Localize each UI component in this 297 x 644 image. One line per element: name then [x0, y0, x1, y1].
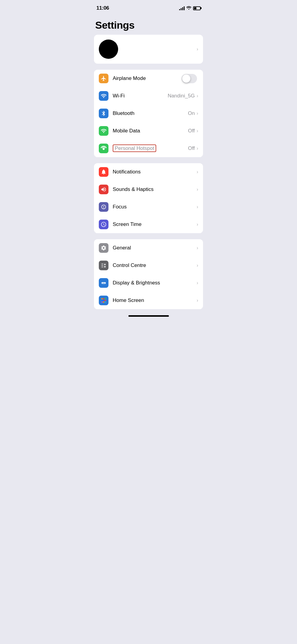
focus-label: Focus: [113, 204, 197, 210]
settings-item-screen-time[interactable]: Screen Time ›: [94, 216, 203, 233]
sounds-icon: [99, 185, 108, 194]
hotspot-icon: [99, 144, 108, 153]
sounds-haptics-label: Sounds & Haptics: [113, 186, 197, 192]
mobile-data-value: Off: [188, 128, 195, 134]
mobile-data-chevron-icon: ›: [197, 128, 198, 134]
bluetooth-label: Bluetooth: [113, 110, 188, 116]
personal-hotspot-label: Personal Hotspot: [113, 145, 188, 151]
control-centre-chevron-icon: ›: [197, 263, 198, 268]
sounds-haptics-chevron-icon: ›: [197, 187, 198, 192]
notifications-label: Notifications: [113, 169, 197, 175]
focus-chevron-icon: ›: [197, 204, 198, 210]
page-title: Settings: [89, 14, 208, 35]
signal-bar-3: [182, 7, 183, 10]
general-chevron-icon: ›: [197, 245, 198, 251]
mobile-data-icon: [99, 126, 108, 136]
home-screen-icon: [99, 296, 108, 305]
avatar: [99, 40, 118, 59]
settings-item-bluetooth[interactable]: Bluetooth On ›: [94, 105, 203, 122]
bluetooth-value: On: [188, 110, 195, 116]
svg-rect-4: [103, 298, 104, 300]
svg-rect-10: [103, 301, 104, 303]
personal-hotspot-chevron-icon: ›: [197, 146, 198, 151]
signal-bar-1: [179, 9, 180, 10]
notifications-chevron-icon: ›: [197, 169, 198, 175]
settings-item-notifications[interactable]: Notifications ›: [94, 163, 203, 181]
settings-item-wifi[interactable]: Wi-Fi Nandini_5G ›: [94, 87, 203, 105]
profile-chevron-icon: ›: [197, 46, 198, 52]
signal-icon: [179, 6, 185, 10]
bluetooth-icon: [99, 109, 108, 118]
home-indicator: [128, 315, 169, 317]
svg-rect-6: [102, 300, 103, 301]
airplane-mode-label: Airplane Mode: [113, 75, 182, 81]
settings-item-display-brightness[interactable]: AAAA Display & Brightness ›: [94, 274, 203, 292]
profile-card[interactable]: ›: [94, 35, 203, 64]
control-centre-label: Control Centre: [113, 262, 197, 268]
svg-text:AA: AA: [102, 282, 105, 284]
settings-item-personal-hotspot[interactable]: Personal Hotspot Off ›: [94, 140, 203, 157]
svg-rect-5: [105, 298, 106, 300]
general-label: General: [113, 245, 197, 251]
airplane-mode-toggle[interactable]: [182, 74, 197, 83]
status-icons: [179, 6, 201, 11]
settings-item-control-centre[interactable]: Control Centre ›: [94, 257, 203, 274]
status-time: 11:06: [96, 5, 109, 11]
wifi-value: Nandini_5G: [168, 93, 195, 99]
signal-bar-2: [181, 8, 182, 10]
general-icon: [99, 243, 108, 253]
display-brightness-chevron-icon: ›: [197, 280, 198, 286]
network-settings-group: Airplane Mode Wi-Fi Nandini_5G › Bluetoo…: [94, 70, 203, 157]
status-bar: 11:06: [89, 0, 208, 14]
wifi-status-icon: [186, 6, 191, 11]
wifi-label: Wi-Fi: [113, 93, 168, 99]
bottom-area: [89, 315, 208, 325]
settings-item-sounds-haptics[interactable]: Sounds & Haptics ›: [94, 181, 203, 198]
battery-fill: [194, 7, 196, 9]
svg-rect-3: [102, 298, 103, 300]
settings-item-mobile-data[interactable]: Mobile Data Off ›: [94, 122, 203, 140]
wifi-chevron-icon: ›: [197, 93, 198, 99]
screen-time-icon: [99, 220, 108, 229]
settings-item-airplane-mode[interactable]: Airplane Mode: [94, 70, 203, 87]
general-settings-group: General › Control Centre › AAAA Display …: [94, 239, 203, 309]
notifications-settings-group: Notifications › Sounds & Haptics › Focus…: [94, 163, 203, 233]
home-screen-label: Home Screen: [113, 297, 197, 303]
screen-time-label: Screen Time: [113, 221, 197, 227]
screen-time-chevron-icon: ›: [197, 222, 198, 227]
svg-rect-11: [105, 301, 106, 303]
battery-icon: [193, 6, 201, 10]
bluetooth-chevron-icon: ›: [197, 111, 198, 116]
svg-rect-9: [102, 301, 103, 303]
airplane-icon: [99, 74, 108, 83]
settings-item-focus[interactable]: Focus ›: [94, 198, 203, 216]
svg-rect-7: [103, 300, 104, 301]
notifications-icon: [99, 167, 108, 177]
personal-hotspot-value: Off: [188, 145, 195, 151]
focus-icon: [99, 202, 108, 212]
signal-bar-4: [184, 6, 185, 10]
settings-item-home-screen[interactable]: Home Screen ›: [94, 292, 203, 309]
display-brightness-label: Display & Brightness: [113, 280, 197, 286]
display-icon: AAAA: [99, 278, 108, 288]
settings-item-general[interactable]: General ›: [94, 239, 203, 257]
svg-rect-8: [105, 300, 106, 301]
personal-hotspot-highlight-box: Personal Hotspot: [113, 144, 156, 152]
mobile-data-label: Mobile Data: [113, 128, 188, 134]
control-centre-icon: [99, 261, 108, 270]
home-screen-chevron-icon: ›: [197, 298, 198, 303]
wifi-settings-icon: [99, 91, 108, 101]
